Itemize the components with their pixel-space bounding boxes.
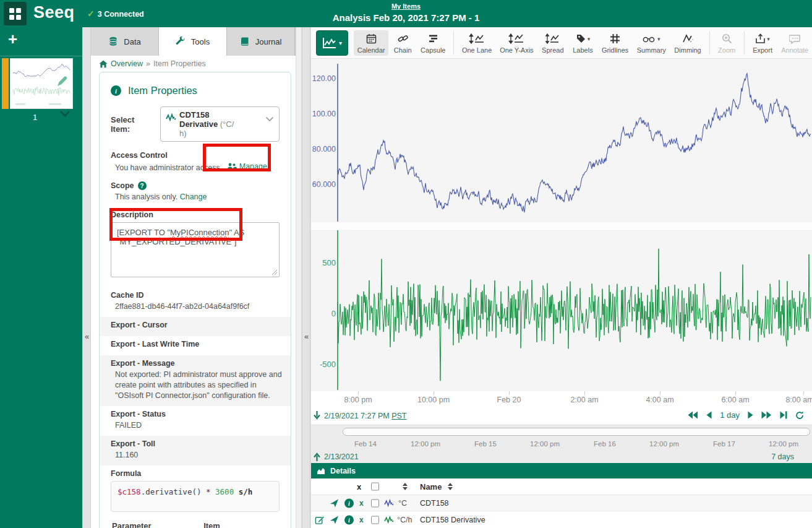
y-tick-label: 120.00: [311, 74, 336, 83]
toolbar-button-calendar[interactable]: Calendar: [354, 30, 388, 56]
sort-icon[interactable]: [403, 483, 408, 490]
refresh-icon[interactable]: [795, 411, 804, 420]
add-worksheet-button[interactable]: +: [8, 30, 17, 49]
arrow-up-icon: [314, 452, 320, 461]
tab-label: Journal: [255, 37, 282, 46]
skip-to-end-icon[interactable]: [780, 411, 787, 419]
details-row-cdt158-derivative[interactable]: x °C/h CDT158 Derivative: [311, 511, 812, 528]
tab-data[interactable]: Data: [91, 27, 159, 56]
collapse-right-icon[interactable]: «: [303, 332, 310, 341]
toolbar-button-capsule[interactable]: Capsule: [417, 30, 449, 56]
send-to-icon[interactable]: [330, 498, 339, 508]
item-name[interactable]: CDT158 Derivative: [420, 516, 485, 524]
connection-status[interactable]: ✓3 Connected: [87, 9, 144, 19]
toolbar-button-chain[interactable]: Chain: [390, 30, 416, 56]
formula-label: Formula: [111, 469, 280, 478]
trend-plot[interactable]: 120.00 100.00 80.000 60.000 500 0 -500: [311, 59, 812, 391]
worksheet-number: 1: [33, 113, 37, 122]
toolbar-button-annotate[interactable]: Annotate: [777, 30, 812, 56]
panel-collapse-strip-right[interactable]: «: [302, 27, 310, 528]
step-backward-icon[interactable]: [706, 411, 712, 419]
edit-item-icon[interactable]: [315, 515, 325, 525]
help-icon[interactable]: [138, 181, 147, 190]
remove-item-icon[interactable]: x: [359, 516, 364, 524]
chevron-down-icon[interactable]: [59, 110, 71, 117]
one-lane-icon: [469, 33, 485, 45]
description-textarea[interactable]: [EXPORT TO "MyPIConnection" AS "MY_EXPOR…: [111, 222, 280, 277]
remove-item-icon[interactable]: x: [359, 499, 364, 508]
select-all-checkbox[interactable]: [371, 483, 379, 491]
app-switcher-button[interactable]: [4, 2, 27, 25]
resize-handle-icon[interactable]: [271, 269, 278, 275]
item-name[interactable]: CDT158: [420, 499, 449, 508]
panel-collapse-strip-left[interactable]: «: [82, 27, 91, 528]
toolbar-button-export[interactable]: ▾ Export: [749, 30, 777, 56]
property-row: Export - Message Not exported: PI admini…: [100, 355, 291, 406]
toolbar-button-dimming[interactable]: Dimming: [671, 30, 705, 56]
toolbar-button-summary[interactable]: ▾ Summary: [633, 30, 669, 56]
dimming-icon: [682, 33, 694, 45]
one-y-axis-icon: [508, 33, 524, 45]
item-info-icon[interactable]: [344, 498, 354, 508]
trend-view-button[interactable]: ▾: [316, 30, 348, 56]
sort-icon[interactable]: [448, 483, 453, 490]
divider: [0, 56, 82, 56]
collapse-left-icon[interactable]: «: [83, 332, 90, 341]
details-panel-header[interactable]: Details: [311, 463, 812, 478]
step-forward-icon[interactable]: [748, 411, 753, 419]
item-select-dropdown[interactable]: CDT158 Derivative (°C/ h): [160, 106, 280, 142]
toolbar-button-labels[interactable]: ▾ Labels: [569, 30, 597, 56]
tools-panel: Data Tools Journal Overview »: [91, 27, 296, 528]
change-scope-link[interactable]: Change: [180, 193, 207, 201]
tab-label: Data: [124, 37, 140, 46]
toolbar-button-spread[interactable]: Spread: [538, 30, 568, 56]
step-size-label[interactable]: 1 day: [720, 410, 740, 420]
manage-access-link[interactable]: Manage: [227, 162, 267, 171]
property-list: Cache ID 2ffae881-db46-44f7-ab2d-04a64af…: [100, 287, 291, 465]
row-checkbox[interactable]: [371, 516, 379, 524]
property-row: Export - Last Write Time: [100, 336, 291, 355]
selected-item-unit: (°C/: [220, 119, 234, 129]
my-items-link[interactable]: My Items: [391, 2, 421, 10]
breadcrumb: Overview » Item Properties: [99, 59, 206, 68]
property-row: Export - Cursor: [100, 317, 291, 336]
x-tick-label: 2:00 am: [560, 396, 609, 404]
description-label: Description: [111, 210, 280, 219]
row-checkbox[interactable]: [371, 499, 379, 507]
glasses-icon: ▾: [643, 33, 660, 45]
timeline-duration[interactable]: 7 days: [771, 452, 794, 461]
toolbar-button-zoom[interactable]: Zoom: [714, 30, 740, 56]
name-column-header[interactable]: Name: [420, 482, 442, 491]
timezone-link[interactable]: PST: [391, 412, 406, 420]
tab-tools[interactable]: Tools: [159, 27, 227, 56]
home-icon[interactable]: [99, 60, 108, 68]
tab-journal[interactable]: Journal: [227, 27, 295, 56]
chart-area: ▾ Calendar Chain Capsule: [310, 27, 812, 528]
timeline-start-date[interactable]: 2/13/2021: [314, 452, 359, 461]
formula-code[interactable]: $c158.derivative() * 3600 s/h: [111, 481, 280, 512]
breadcrumb-overview-link[interactable]: Overview: [111, 59, 143, 68]
panel-scrollbar[interactable]: [296, 27, 302, 528]
trend-chart-icon: [322, 37, 337, 50]
toolbar-button-one-lane[interactable]: One Lane: [458, 30, 495, 56]
select-item-label: Select Item:: [111, 115, 155, 134]
range-start-control[interactable]: 2/19/2021 7:27 PM PST: [314, 411, 406, 420]
x-axis: 8:00 pm 10:00 pm Feb 20 2:00 am 4:00 am …: [311, 391, 812, 409]
toolbar-button-gridlines[interactable]: Gridlines: [598, 30, 632, 56]
item-info-icon[interactable]: [344, 515, 354, 524]
x-tick-label: 6:00 am: [711, 396, 760, 404]
active-worksheet-indicator: [2, 58, 9, 109]
timeline-range-selector[interactable]: [343, 428, 810, 436]
details-row-cdt158[interactable]: x °C CDT158: [311, 495, 812, 511]
access-control-text: You have administrator access.: [115, 163, 222, 172]
fast-forward-icon[interactable]: [761, 411, 772, 419]
send-to-icon[interactable]: [330, 515, 339, 524]
parameter-table: Parameter Item $c158 CDT158: [111, 518, 280, 528]
worksheet-thumbnail[interactable]: [10, 58, 73, 109]
property-row: Cache ID 2ffae881-db46-44f7-ab2d-04a64af…: [100, 287, 291, 317]
calendar-icon: [366, 33, 377, 45]
toolbar-button-one-y-axis[interactable]: One Y-Axis: [497, 30, 537, 56]
signal-icon-green: [384, 516, 394, 524]
fast-backward-icon[interactable]: [688, 411, 698, 419]
info-icon: [111, 85, 121, 96]
